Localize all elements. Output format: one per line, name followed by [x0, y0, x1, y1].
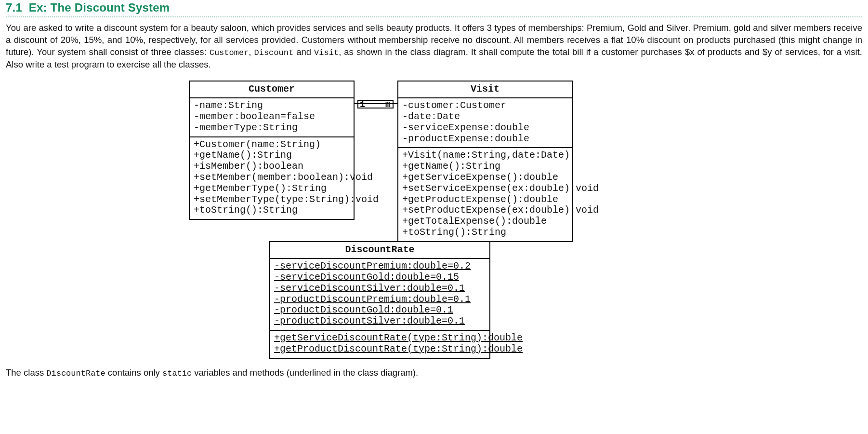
uml-class-visit: Visit -customer:Customer -date:Date -ser… [397, 81, 573, 242]
uml-operations: +getServiceDiscountRate(type:String):dou… [270, 330, 489, 358]
uml-attr: -member:boolean=false [194, 111, 350, 122]
uml-attr-static: -productDiscountPremium:double=0.1 [274, 294, 486, 305]
uml-association-line [357, 100, 358, 108]
uml-op: +getName():String [402, 161, 568, 172]
uml-attr-static: -serviceDiscountSilver:double=0.1 [274, 283, 486, 294]
uml-attributes: -customer:Customer -date:Date -serviceEx… [398, 98, 572, 147]
section-title: The Discount System [51, 1, 170, 14]
uml-op: +Visit(name:String,date:Date) [402, 150, 568, 161]
uml-op: +Customer(name:String) [194, 139, 350, 150]
uml-op: +toString():String [402, 227, 568, 238]
uml-op: +setServiceExpense(ex:double):void [402, 183, 568, 194]
uml-attr: -serviceExpense:double [402, 122, 568, 134]
uml-association-line [393, 100, 394, 108]
uml-op: +setProductExpense(ex:double):void [402, 205, 568, 216]
uml-class-discountrate: DiscountRate -serviceDiscountPremium:dou… [269, 241, 490, 358]
uml-operations: +Visit(name:String,date:Date) +getName()… [398, 147, 572, 241]
uml-op: +setMember(member:boolean):void [194, 172, 350, 183]
inline-code: DiscountRate [46, 369, 105, 378]
uml-class-name: Visit [398, 81, 572, 98]
uml-attributes: -name:String -member:boolean=false -memb… [190, 98, 354, 136]
uml-attr-static: -serviceDiscountGold:double=0.15 [274, 272, 486, 283]
paragraph-description: You are asked to write a discount system… [6, 22, 862, 71]
section-heading: 7.1 Ex: The Discount System [6, 0, 862, 15]
uml-operations: +Customer(name:String) +getName():String… [190, 136, 354, 219]
uml-multiplicity-right: m [385, 99, 391, 110]
uml-class-name: Customer [190, 81, 354, 98]
uml-op-static: +getServiceDiscountRate(type:String):dou… [274, 333, 486, 344]
inline-code: Discount [254, 48, 294, 57]
uml-op-static: +getProductDiscountRate(type:String):dou… [274, 344, 486, 355]
uml-class-diagram: Customer -name:String -member:boolean=fa… [6, 81, 862, 360]
uml-class-name: DiscountRate [270, 242, 489, 259]
uml-attr-static: -productDiscountGold:double=0.1 [274, 305, 486, 316]
section-prefix: Ex: [29, 1, 47, 14]
uml-attr: -date:Date [402, 111, 568, 122]
uml-op: +getProductExpense():double [402, 194, 568, 205]
uml-attributes: -serviceDiscountPremium:double=0.2 -serv… [270, 259, 489, 330]
inline-code: Customer [210, 48, 249, 57]
uml-attr: -customer:Customer [402, 100, 568, 111]
closing-note: The class DiscountRate contains only sta… [6, 367, 862, 380]
uml-attr: -productExpense:double [402, 134, 568, 145]
uml-op: +getMemberType():String [194, 183, 350, 194]
uml-attr-static: -productDiscountSilver:double=0.1 [274, 316, 486, 327]
uml-multiplicity-left: 1 [360, 99, 365, 110]
uml-op: +getName():String [194, 150, 350, 161]
uml-attr-static: -serviceDiscountPremium:double=0.2 [274, 261, 486, 272]
uml-op: +setMemberType(type:String):void [194, 194, 350, 205]
inline-code: static [162, 369, 192, 378]
uml-op: +getServiceExpense():double [402, 172, 568, 183]
uml-op: +getTotalExpense():double [402, 216, 568, 227]
uml-attr: -memberType:String [194, 122, 350, 134]
uml-class-customer: Customer -name:String -member:boolean=fa… [189, 81, 355, 220]
inline-code: Visit [314, 48, 339, 57]
section-divider [6, 16, 862, 17]
uml-op: +isMember():boolean [194, 161, 350, 172]
uml-attr: -name:String [194, 100, 350, 111]
section-number: 7.1 [6, 1, 22, 14]
uml-op: +toString():String [194, 205, 350, 216]
